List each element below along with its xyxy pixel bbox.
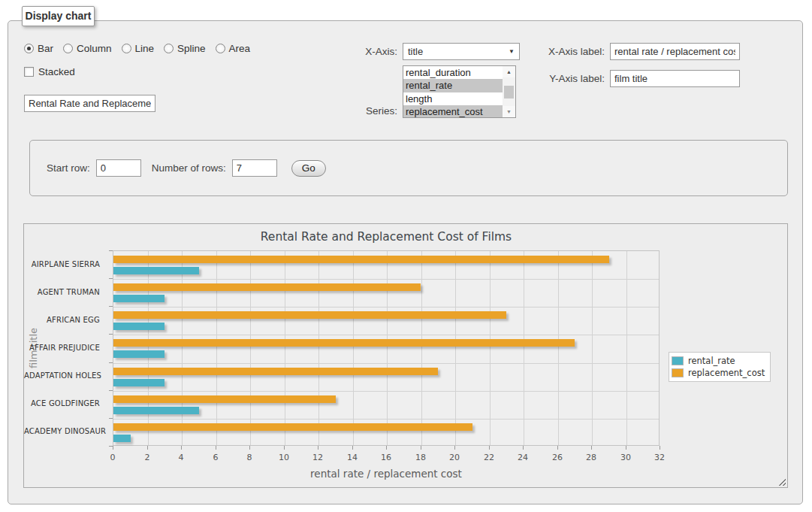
y-tick-mark xyxy=(109,390,113,391)
x-tick-label: 18 xyxy=(406,453,436,462)
axis-series-group: X-Axis: title ▼ Series: rental_durationr… xyxy=(324,43,520,118)
chart-title-input[interactable] xyxy=(24,95,155,112)
bar-rental_rate-adaptation-holes xyxy=(113,379,165,386)
category-label: AFFAIR PREJUDICE xyxy=(24,344,107,352)
y-tick-mark xyxy=(109,362,113,363)
chart-type-radio-spline[interactable]: Spline xyxy=(164,43,206,54)
start-row-input[interactable] xyxy=(96,159,141,177)
category-label: ADAPTATION HOLES xyxy=(24,371,107,380)
x-tick-mark xyxy=(421,446,421,450)
category-label: AIRPLANE SIERRA xyxy=(24,260,107,268)
gridline xyxy=(113,279,659,280)
chart-x-axis-label: rental rate / replacement cost xyxy=(113,468,660,480)
select-dropdown-arrow-icon: ▼ xyxy=(509,44,515,59)
y-tick-mark xyxy=(109,418,113,419)
gridline xyxy=(353,251,354,445)
category-label: ACADEMY DINOSAUR xyxy=(24,427,107,435)
x-tick-mark xyxy=(318,446,318,450)
x-tick-mark xyxy=(557,446,558,450)
gridline xyxy=(250,251,251,445)
x-tick-label: 24 xyxy=(508,453,538,462)
x-tick-label: 14 xyxy=(337,453,367,462)
radio-label: Column xyxy=(77,43,112,54)
gridline xyxy=(387,251,388,445)
resize-handle-icon[interactable] xyxy=(777,477,786,486)
x-tick-mark xyxy=(591,446,592,450)
x-tick-label: 2 xyxy=(132,453,162,462)
series-listbox[interactable]: rental_durationrental_ratelengthreplacem… xyxy=(403,65,516,118)
stacked-checkbox-row: Stacked xyxy=(24,66,75,77)
radio-icon[interactable] xyxy=(164,44,174,53)
x-axis-select-label: X-Axis: xyxy=(324,46,397,57)
y-tick-mark xyxy=(109,278,113,279)
gridline xyxy=(113,363,659,364)
y-axis-label-input[interactable] xyxy=(610,70,740,87)
x-tick-mark xyxy=(352,446,353,450)
chart-type-radio-area[interactable]: Area xyxy=(216,43,251,54)
gridline xyxy=(113,391,659,392)
x-tick-label: 28 xyxy=(576,453,606,462)
series-option-replacement_cost[interactable]: replacement_cost xyxy=(403,105,503,118)
legend-item: rental_rate xyxy=(672,355,765,367)
bar-rental_rate-agent-truman xyxy=(113,295,165,302)
series-option-rental_duration[interactable]: rental_duration xyxy=(403,66,503,79)
bar-replacement_cost-airplane-sierra xyxy=(113,256,609,263)
radio-label: Bar xyxy=(38,43,53,54)
x-tick-label: 8 xyxy=(234,453,264,462)
x-tick-mark xyxy=(454,446,455,450)
stacked-checkbox[interactable] xyxy=(24,67,34,77)
gridline xyxy=(421,251,422,445)
fieldset-legend: Display chart xyxy=(22,6,95,26)
y-axis-label-caption: Y-Axis label: xyxy=(546,73,605,84)
x-axis-label-input[interactable] xyxy=(610,43,740,60)
display-chart-fieldset: Display chart BarColumnLineSplineArea St… xyxy=(8,20,803,504)
go-button[interactable]: Go xyxy=(291,160,326,177)
radio-icon[interactable] xyxy=(24,44,34,53)
radio-label: Area xyxy=(229,43,251,54)
radio-icon[interactable] xyxy=(63,44,73,53)
bar-replacement_cost-agent-truman xyxy=(113,283,421,291)
chart-type-radio-group: BarColumnLineSplineArea xyxy=(24,43,250,54)
series-option-length[interactable]: length xyxy=(403,92,503,105)
scrollbar-down-arrow-icon[interactable]: ▼ xyxy=(503,106,515,117)
x-tick-mark xyxy=(284,446,285,450)
chart-title: Rental Rate and Replacement Cost of Film… xyxy=(113,230,660,244)
series-option-rental_rate[interactable]: rental_rate xyxy=(403,79,503,92)
x-axis-select[interactable]: title ▼ xyxy=(403,43,520,60)
x-tick-label: 6 xyxy=(201,453,231,462)
plot-area xyxy=(113,250,660,446)
bar-rental_rate-academy-dinosaur xyxy=(113,435,131,442)
radio-icon[interactable] xyxy=(216,44,225,53)
series-label: Series: xyxy=(324,105,397,118)
bar-replacement_cost-african-egg xyxy=(113,311,506,319)
radio-icon[interactable] xyxy=(122,44,131,53)
chart-container: Rental Rate and Replacement Cost of Film… xyxy=(23,223,788,488)
x-tick-mark xyxy=(626,446,626,450)
chart-type-radio-column[interactable]: Column xyxy=(63,43,112,54)
gridline xyxy=(113,419,659,420)
y-tick-mark xyxy=(109,334,113,335)
listbox-scrollbar[interactable]: ▲ ▼ xyxy=(503,66,515,117)
gridline xyxy=(524,251,524,445)
x-tick-label: 12 xyxy=(303,453,333,462)
axis-label-fields: X-Axis label: Y-Axis label: xyxy=(546,43,740,87)
rows-panel: Start row: Number of rows: Go xyxy=(29,140,788,196)
x-tick-mark xyxy=(181,446,182,450)
x-tick-label: 0 xyxy=(98,453,128,462)
x-tick-label: 4 xyxy=(166,453,196,462)
gridline xyxy=(113,307,659,308)
x-tick-label: 30 xyxy=(611,453,641,462)
scrollbar-thumb[interactable] xyxy=(504,86,514,98)
scrollbar-up-arrow-icon[interactable]: ▲ xyxy=(503,66,515,77)
gridline xyxy=(490,251,491,445)
x-axis-selected-value: title xyxy=(408,46,423,57)
x-tick-mark xyxy=(113,446,113,450)
bar-replacement_cost-ace-goldfinger xyxy=(113,395,336,403)
legend-label: replacement_cost xyxy=(688,368,765,378)
gridline xyxy=(182,251,183,445)
y-tick-mark xyxy=(109,306,113,307)
chart-type-radio-line[interactable]: Line xyxy=(122,43,155,54)
gridline xyxy=(558,251,559,445)
number-of-rows-input[interactable] xyxy=(232,159,277,177)
chart-type-radio-bar[interactable]: Bar xyxy=(24,43,53,54)
